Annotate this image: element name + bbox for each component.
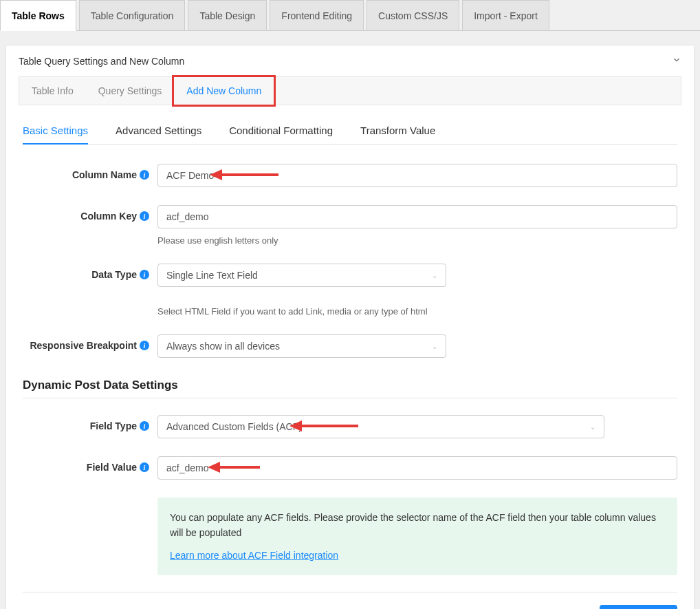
select-data-type[interactable]: Single Line Text Field ⌄	[157, 264, 446, 287]
tab-import-export[interactable]: Import - Export	[462, 0, 549, 30]
row-field-value: Field Value i	[23, 456, 677, 480]
label-field-type: Field Type i	[23, 415, 157, 431]
sub-tab-advanced-settings[interactable]: Advanced Settings	[116, 125, 201, 144]
panel-header: Table Query Settings and New Column	[6, 45, 694, 76]
inner-tabs: Table Info Query Settings Add New Column	[19, 76, 681, 105]
info-text: You can populate any ACF fields. Please …	[170, 510, 665, 541]
sub-tab-transform-value[interactable]: Transform Value	[360, 125, 435, 144]
inner-tab-table-info[interactable]: Table Info	[19, 77, 86, 105]
info-icon[interactable]: i	[140, 462, 149, 472]
chevron-down-icon: ⌄	[590, 423, 595, 431]
tab-frontend-editing[interactable]: Frontend Editing	[270, 0, 364, 30]
content-area: Basic Settings Advanced Settings Conditi…	[6, 105, 694, 609]
input-column-key[interactable]	[157, 205, 677, 228]
info-icon[interactable]: i	[140, 211, 149, 221]
tab-custom-css-js[interactable]: Custom CSS/JS	[367, 0, 459, 30]
row-column-key: Column Key i Please use english letters …	[23, 205, 677, 246]
footer-row: Add Column	[23, 605, 677, 609]
divider	[23, 592, 677, 592]
divider	[23, 398, 677, 398]
input-field-value[interactable]	[157, 456, 677, 480]
info-panel: You can populate any ACF fields. Please …	[157, 498, 677, 575]
chevron-down-icon: ⌄	[432, 272, 437, 279]
info-icon[interactable]: i	[140, 341, 149, 350]
row-column-name: Column Name i	[23, 164, 677, 187]
label-column-key: Column Key i	[23, 205, 157, 222]
inner-tab-query-settings[interactable]: Query Settings	[86, 77, 175, 105]
help-data-type: Select HTML Field if you want to add Lin…	[157, 306, 677, 317]
label-field-value: Field Value i	[23, 456, 157, 473]
row-field-type: Field Type i Advanced Custom Fields (ACF…	[23, 415, 677, 438]
info-icon[interactable]: i	[140, 421, 149, 431]
info-icon[interactable]: i	[140, 270, 149, 279]
panel-title: Table Query Settings and New Column	[19, 56, 184, 67]
select-field-type[interactable]: Advanced Custom Fields (ACF) ⌄	[157, 415, 604, 438]
heading-dynamic: Dynamic Post Data Settings	[23, 378, 677, 392]
input-column-name[interactable]	[157, 164, 677, 187]
info-icon[interactable]: i	[140, 170, 149, 180]
select-responsive[interactable]: Always show in all devices ⌄	[157, 334, 446, 358]
collapse-icon[interactable]	[672, 55, 681, 67]
tab-table-configuration[interactable]: Table Configuration	[79, 0, 186, 30]
sub-tab-conditional-formatting[interactable]: Conditional Formatting	[229, 125, 333, 144]
top-tabs: Table Rows Table Configuration Table Des…	[0, 0, 700, 31]
annotation-arrow	[499, 605, 602, 609]
tab-table-rows[interactable]: Table Rows	[0, 0, 76, 31]
chevron-down-icon: ⌄	[432, 343, 437, 350]
sub-tabs: Basic Settings Advanced Settings Conditi…	[23, 125, 677, 145]
help-column-key: Please use english letters only	[157, 235, 677, 246]
main-panel: Table Query Settings and New Column Tabl…	[6, 45, 694, 609]
info-link[interactable]: Learn more about ACF Field integration	[170, 550, 338, 561]
inner-tab-add-new-column[interactable]: Add New Column	[172, 75, 276, 107]
label-column-name: Column Name i	[23, 164, 157, 180]
row-data-type: Data Type i Single Line Text Field ⌄ Sel…	[23, 264, 677, 317]
sub-tab-basic-settings[interactable]: Basic Settings	[23, 125, 88, 145]
label-data-type: Data Type i	[23, 264, 157, 280]
add-column-button[interactable]: Add Column	[600, 605, 677, 609]
tab-table-design[interactable]: Table Design	[188, 0, 267, 30]
label-responsive: Responsive Breakpoint i	[23, 334, 157, 351]
row-responsive: Responsive Breakpoint i Always show in a…	[23, 334, 677, 358]
